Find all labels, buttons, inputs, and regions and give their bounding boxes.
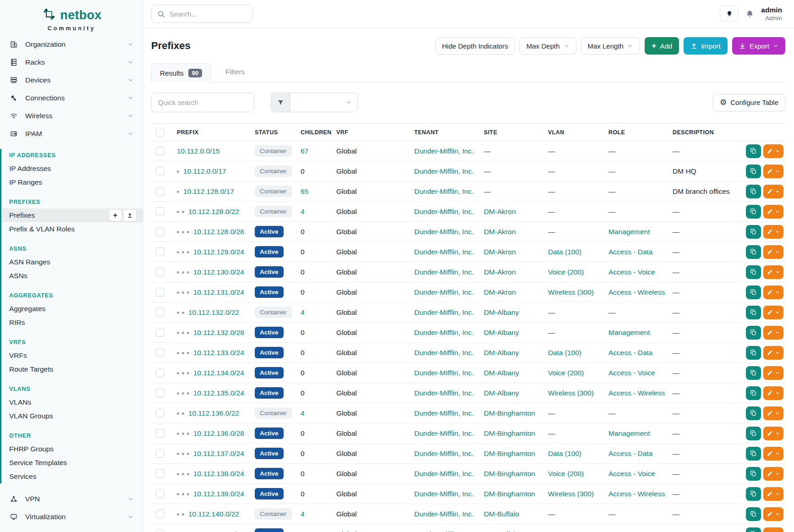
- edit-dropdown-button[interactable]: [763, 386, 783, 400]
- site-link[interactable]: DM-Buffalo: [484, 530, 519, 532]
- copy-button[interactable]: [746, 406, 761, 420]
- prefix-link[interactable]: 10.112.128.0/22: [188, 208, 239, 215]
- export-dropdown-button[interactable]: Export: [732, 37, 785, 55]
- site-link[interactable]: DM-Akron: [484, 228, 516, 236]
- edit-dropdown-button[interactable]: [763, 144, 783, 158]
- sidebar-item-virtualization[interactable]: Virtualization: [0, 508, 143, 526]
- edit-dropdown-button[interactable]: [763, 487, 783, 501]
- tenant-link[interactable]: Dunder-Mifflin, Inc.: [414, 490, 474, 498]
- prefix-link[interactable]: 10.112.133.0/24: [193, 349, 244, 356]
- tenant-link[interactable]: Dunder-Mifflin, Inc.: [414, 167, 474, 175]
- copy-button[interactable]: [746, 447, 761, 461]
- role-link[interactable]: Access - Voice: [608, 470, 655, 477]
- site-link[interactable]: DM-Akron: [484, 288, 516, 296]
- prefix-link[interactable]: 10.112.131.0/24: [193, 288, 244, 296]
- prefix-link[interactable]: 10.112.128.0/17: [183, 187, 234, 195]
- tenant-link[interactable]: Dunder-Mifflin, Inc.: [414, 409, 474, 417]
- tenant-link[interactable]: Dunder-Mifflin, Inc.: [414, 228, 474, 236]
- copy-button[interactable]: [746, 165, 761, 178]
- site-link[interactable]: DM-Akron: [484, 248, 516, 256]
- sidebar-item-rirs[interactable]: RIRs +: [1, 316, 143, 329]
- sidebar-item-service-templates[interactable]: Service Templates +: [1, 456, 143, 470]
- copy-button[interactable]: [746, 185, 761, 198]
- copy-button[interactable]: [746, 507, 761, 521]
- edit-dropdown-button[interactable]: [763, 306, 783, 319]
- site-link[interactable]: DM-Akron: [484, 208, 516, 215]
- role-link[interactable]: Access - Voice: [608, 369, 655, 377]
- edit-dropdown-button[interactable]: [763, 447, 783, 461]
- edit-dropdown-button[interactable]: [763, 326, 783, 340]
- sidebar-item-devices[interactable]: Devices: [0, 71, 143, 89]
- edit-dropdown-button[interactable]: [763, 285, 783, 299]
- edit-dropdown-button[interactable]: [763, 265, 783, 279]
- brand-logo[interactable]: netbox Community: [0, 0, 143, 35]
- search-input[interactable]: [170, 10, 247, 18]
- sidebar-item-ipam[interactable]: IPAM: [0, 125, 143, 143]
- tenant-link[interactable]: Dunder-Mifflin, Inc.: [414, 530, 474, 532]
- tenant-link[interactable]: Dunder-Mifflin, Inc.: [414, 470, 474, 477]
- sidebar-item-vpn[interactable]: VPN: [0, 490, 143, 508]
- copy-button[interactable]: [746, 285, 761, 299]
- site-link[interactable]: DM-Albany: [484, 329, 519, 336]
- prefix-link[interactable]: 10.112.137.0/24: [193, 450, 244, 457]
- edit-dropdown-button[interactable]: [763, 406, 783, 420]
- tab-filters[interactable]: Filters: [224, 63, 246, 82]
- prefix-link[interactable]: 10.112.134.0/24: [193, 369, 244, 377]
- tenant-link[interactable]: Dunder-Mifflin, Inc.: [414, 187, 474, 195]
- site-link[interactable]: DM-Buffalo: [484, 510, 519, 518]
- quick-import-button[interactable]: [123, 209, 137, 221]
- tenant-link[interactable]: Dunder-Mifflin, Inc.: [414, 208, 474, 215]
- vlan-link[interactable]: Wireless (300): [548, 288, 594, 296]
- saved-filter-select[interactable]: [290, 93, 358, 112]
- sidebar-item-circuits[interactable]: Circuits: [0, 526, 143, 532]
- row-checkbox[interactable]: [156, 409, 164, 417]
- row-checkbox[interactable]: [156, 530, 164, 532]
- max-length-dropdown[interactable]: Max Length: [581, 37, 640, 55]
- vlan-link[interactable]: Wireless (300): [548, 490, 594, 498]
- sidebar-item-fhrp-groups[interactable]: FHRP Groups +: [1, 442, 143, 456]
- children-count-link[interactable]: 65: [301, 187, 308, 195]
- edit-dropdown-button[interactable]: [763, 346, 783, 360]
- copy-button[interactable]: [746, 527, 761, 532]
- site-link[interactable]: DM-Binghamton: [484, 490, 535, 498]
- tenant-link[interactable]: Dunder-Mifflin, Inc.: [414, 329, 474, 336]
- sidebar-item-wireless[interactable]: Wireless: [0, 107, 143, 125]
- copy-button[interactable]: [746, 245, 761, 259]
- role-link[interactable]: Access - Wireless: [608, 288, 665, 296]
- children-count-link[interactable]: 4: [301, 510, 305, 518]
- sidebar-item-asn-ranges[interactable]: ASN Ranges +: [1, 255, 143, 269]
- tenant-link[interactable]: Dunder-Mifflin, Inc.: [414, 450, 474, 457]
- tenant-link[interactable]: Dunder-Mifflin, Inc.: [414, 248, 474, 256]
- import-button[interactable]: Import: [684, 37, 728, 55]
- copy-button[interactable]: [746, 467, 761, 481]
- tenant-link[interactable]: Dunder-Mifflin, Inc.: [414, 510, 474, 518]
- edit-dropdown-button[interactable]: [763, 527, 783, 532]
- site-link[interactable]: DM-Binghamton: [484, 409, 535, 417]
- sidebar-item-ip-addresses[interactable]: IP Addresses +: [1, 162, 143, 176]
- prefix-link[interactable]: 10.112.0.0/17: [183, 167, 226, 175]
- row-checkbox[interactable]: [156, 489, 164, 498]
- sidebar-item-racks[interactable]: Racks: [0, 53, 143, 71]
- row-checkbox[interactable]: [156, 429, 164, 438]
- prefix-link[interactable]: 10.112.140.0/22: [188, 510, 239, 518]
- role-link[interactable]: Management: [608, 329, 650, 336]
- sidebar-item-connections[interactable]: Connections: [0, 89, 143, 107]
- sidebar-item-services[interactable]: Services +: [1, 470, 143, 483]
- sidebar-item-aggregates[interactable]: Aggregates +: [1, 302, 143, 316]
- children-count-link[interactable]: 67: [301, 147, 308, 155]
- row-checkbox[interactable]: [156, 368, 164, 377]
- site-link[interactable]: DM-Albany: [484, 308, 519, 316]
- notifications-bell-icon[interactable]: [745, 10, 754, 18]
- edit-dropdown-button[interactable]: [763, 205, 783, 219]
- vlan-link[interactable]: Voice (200): [548, 268, 584, 276]
- tenant-link[interactable]: Dunder-Mifflin, Inc.: [414, 429, 474, 437]
- edit-dropdown-button[interactable]: [763, 427, 783, 440]
- row-checkbox[interactable]: [156, 288, 164, 296]
- vlan-link[interactable]: Wireless (300): [548, 389, 594, 397]
- row-checkbox[interactable]: [156, 187, 164, 196]
- sidebar-item-ip-ranges[interactable]: IP Ranges +: [1, 176, 143, 189]
- children-count-link[interactable]: 4: [301, 308, 305, 316]
- role-link[interactable]: Access - Data: [608, 248, 652, 256]
- site-link[interactable]: DM-Binghamton: [484, 450, 535, 457]
- copy-button[interactable]: [746, 306, 761, 319]
